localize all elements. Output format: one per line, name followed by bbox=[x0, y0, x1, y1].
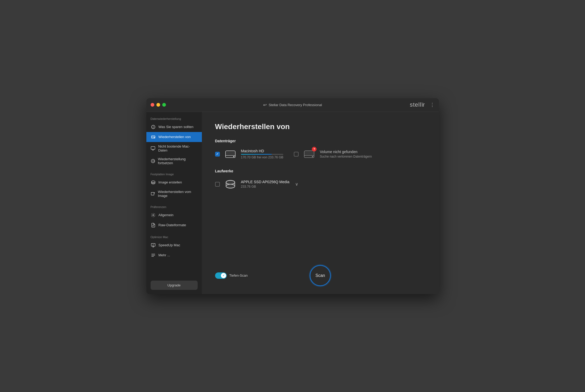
scan-button[interactable]: Scan bbox=[310, 265, 331, 286]
close-button[interactable] bbox=[151, 103, 154, 107]
drive-info-macintosh-hd: Macintosh HD 170.70 GB frei von 233.76 G… bbox=[241, 149, 284, 159]
sidebar-item-was-sparen[interactable]: Was Sie sparen sollten bbox=[146, 122, 202, 132]
logo-text: stellïr bbox=[410, 101, 425, 108]
main-content: Datenwiederherstellung Was Sie sparen so… bbox=[146, 112, 439, 294]
laufwerke-checkbox-apple-ssd[interactable] bbox=[215, 182, 220, 187]
laufwerke-info-apple-ssd: APPLE SSD AP0256Q Media 233.76 GB bbox=[241, 180, 290, 188]
svg-point-5 bbox=[151, 181, 155, 182]
toggle-knob: ✓ bbox=[221, 273, 226, 278]
monitor-speedup-icon bbox=[151, 243, 156, 248]
toggle-check-icon: ✓ bbox=[222, 274, 225, 277]
sidebar-divider-2 bbox=[146, 200, 202, 204]
tiefen-scan-label: Tiefen-Scan bbox=[229, 273, 248, 277]
sidebar-item-label: Allgemein bbox=[159, 213, 174, 217]
more-items-icon bbox=[151, 253, 156, 258]
datentraeger-label: Datenträger bbox=[215, 139, 426, 143]
sidebar-item-wiederherstellen[interactable]: Wiederherstellen von bbox=[146, 132, 202, 142]
laufwerke-icon-apple-ssd bbox=[224, 177, 237, 191]
chevron-down-icon[interactable]: ∨ bbox=[295, 182, 298, 187]
drive-icon-macintosh-hd bbox=[224, 147, 237, 161]
stellar-logo: stellïr bbox=[410, 101, 425, 108]
more-menu-icon[interactable]: ⋮ bbox=[430, 102, 435, 108]
drive-item-macintosh-hd[interactable]: Macintosh HD 170.70 GB frei von 233.76 G… bbox=[215, 147, 284, 161]
laufwerke-drive-name: APPLE SSD AP0256Q Media bbox=[241, 180, 290, 184]
sidebar-item-label: Wiederherstellen von bbox=[159, 135, 191, 139]
content-area: Wiederherstellen von Datenträger bbox=[202, 112, 439, 294]
sidebar-item-speedup[interactable]: SpeedUp Mac bbox=[146, 240, 202, 250]
laufwerke-drive-size: 233.76 GB bbox=[241, 185, 290, 188]
sidebar-divider-3 bbox=[146, 230, 202, 234]
sidebar-section-optimize: Optimize Mac bbox=[146, 234, 202, 240]
bottom-area: ✓ Tiefen-Scan Scan bbox=[215, 257, 426, 286]
window-title: Stellar Data Recovery Professional bbox=[269, 103, 322, 107]
drive-question-badge: ? bbox=[312, 147, 317, 152]
sidebar-item-wiederherstellung-fortsetzen[interactable]: Wiederherstellung fortsetzen bbox=[146, 155, 202, 167]
sidebar-item-raw-dateiformate[interactable]: Raw-Dateiformate bbox=[146, 220, 202, 230]
traffic-lights bbox=[151, 103, 166, 107]
toggle-switch[interactable]: ✓ bbox=[215, 272, 227, 279]
svg-point-16 bbox=[312, 156, 313, 157]
sidebar-section-praferenzen: Präferenzen bbox=[146, 204, 202, 210]
back-icon: ↩ bbox=[263, 102, 267, 107]
drive-size: 170.70 GB frei von 233.76 GB bbox=[241, 155, 284, 159]
svg-rect-6 bbox=[151, 192, 154, 195]
gear-icon bbox=[151, 212, 156, 218]
laufwerke-item-apple-ssd[interactable]: APPLE SSD AP0256Q Media 233.76 GB ∨ bbox=[215, 177, 426, 191]
drive-info-volume: Volume nicht gefunden Suche nach verlore… bbox=[320, 150, 372, 158]
drive-item-volume-nicht-gefunden[interactable]: ? Volume nicht gefunden Suche nach verlo… bbox=[294, 147, 372, 161]
sidebar-section-datenwiederherstellung: Datenwiederherstellung bbox=[146, 116, 202, 122]
title-bar-center: ↩ Stellar Data Recovery Professional bbox=[263, 102, 322, 107]
drive-checkbox-macintosh-hd[interactable] bbox=[215, 152, 220, 157]
drive-icon-volume: ? bbox=[302, 147, 316, 161]
sidebar-upgrade: Upgrade bbox=[146, 276, 202, 294]
drives-row: Macintosh HD 170.70 GB frei von 233.76 G… bbox=[215, 147, 426, 161]
svg-rect-3 bbox=[151, 147, 155, 149]
svg-point-12 bbox=[233, 156, 234, 157]
sidebar-item-label: SpeedUp Mac bbox=[159, 243, 180, 247]
title-bar: ↩ Stellar Data Recovery Professional ste… bbox=[146, 98, 439, 112]
svg-rect-8 bbox=[151, 243, 155, 246]
monitor-icon bbox=[151, 146, 156, 151]
sidebar-item-label: Image erstellen bbox=[159, 180, 182, 184]
drive-progress-bar bbox=[241, 154, 283, 155]
resume-icon bbox=[151, 158, 155, 164]
sidebar-item-label: Mehr ... bbox=[159, 253, 170, 257]
maximize-button[interactable] bbox=[162, 103, 166, 107]
tiefen-scan-toggle[interactable]: ✓ Tiefen-Scan bbox=[215, 272, 248, 279]
sidebar-item-label: Was Sie sparen sollten bbox=[159, 125, 193, 129]
minimize-button[interactable] bbox=[156, 103, 160, 107]
sidebar-item-label: Wiederherstellung fortsetzen bbox=[158, 157, 198, 165]
laufwerke-label: Laufwerke bbox=[215, 169, 426, 173]
drive-name: Volume nicht gefunden bbox=[320, 150, 372, 154]
drive-progress-fill bbox=[241, 154, 272, 155]
image-restore-icon bbox=[151, 191, 155, 196]
sidebar-section-festplatten: Festplatten Image bbox=[146, 172, 202, 177]
drive-name: Macintosh HD bbox=[241, 149, 284, 153]
sidebar-item-allgemein[interactable]: Allgemein bbox=[146, 210, 202, 220]
sidebar-divider-1 bbox=[146, 167, 202, 172]
sidebar-item-label: Nicht bootende Mac-Daten bbox=[158, 144, 198, 152]
sidebar-item-nicht-bootend[interactable]: Nicht bootende Mac-Daten bbox=[146, 142, 202, 155]
svg-point-7 bbox=[152, 214, 154, 216]
sidebar-item-mehr[interactable]: Mehr ... bbox=[146, 250, 202, 260]
file-icon bbox=[151, 223, 156, 228]
drive-size: Suche nach verlorenen Datenträgern bbox=[320, 155, 372, 158]
restore-icon bbox=[151, 124, 156, 130]
drive-checkbox-volume[interactable] bbox=[294, 152, 299, 157]
sidebar-item-label: Raw-Dateiformate bbox=[159, 223, 186, 227]
drive-icon bbox=[151, 134, 156, 140]
upgrade-button[interactable]: Upgrade bbox=[151, 281, 198, 290]
sidebar-item-wiederherstellen-image[interactable]: Wiederherstellen vom Image bbox=[146, 187, 202, 200]
app-window: ↩ Stellar Data Recovery Professional ste… bbox=[146, 98, 439, 294]
image-create-icon bbox=[151, 180, 156, 185]
page-title: Wiederherstellen von bbox=[215, 122, 426, 131]
sidebar-item-label: Wiederherstellen vom Image bbox=[158, 190, 198, 198]
sidebar: Datenwiederherstellung Was Sie sparen so… bbox=[146, 112, 202, 294]
sidebar-item-image-erstellen[interactable]: Image erstellen bbox=[146, 177, 202, 187]
svg-point-2 bbox=[154, 137, 155, 138]
